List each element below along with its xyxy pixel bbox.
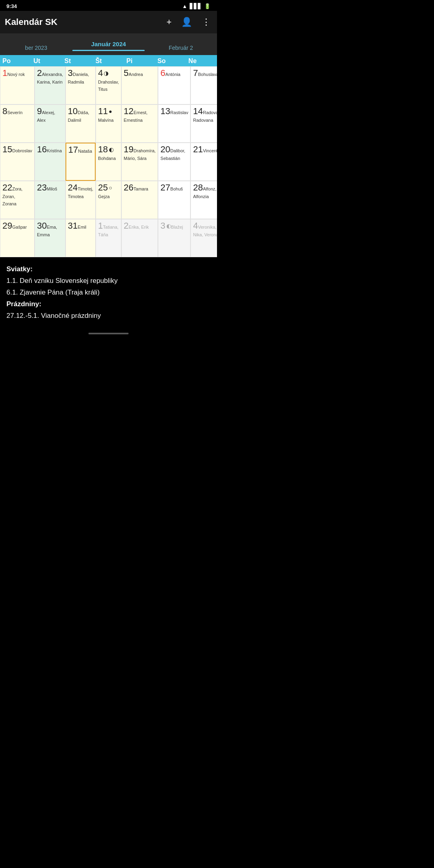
profile-button[interactable]: 👤: [180, 15, 194, 29]
cell-number: 9: [37, 106, 42, 116]
cell-number: 1: [98, 221, 103, 231]
cell-number: 28: [193, 182, 203, 192]
calendar-cell-34[interactable]: 4Veronika, Nika, Verona: [190, 219, 217, 257]
cell-number: 2: [124, 221, 129, 231]
calendar-cell-23[interactable]: 24Timotej, Timotea: [66, 181, 96, 219]
cell-number: 7: [193, 68, 198, 78]
calendar-cell-16[interactable]: 17Nataša: [66, 143, 96, 181]
month-tabs: ber 2023 Január 2024 Február 2: [0, 33, 217, 55]
battery-icon: 🔋: [204, 3, 211, 9]
cell-number: 5: [124, 68, 129, 78]
day-header-po: Po: [0, 55, 31, 66]
cell-number: 29: [2, 221, 12, 231]
cell-number: 13: [160, 106, 170, 116]
calendar-cell-29[interactable]: 30Ema, Emma: [35, 219, 66, 257]
moon-icon: ●: [109, 108, 112, 115]
holiday-2: 6.1. Zjavenie Pána (Traja králi): [6, 289, 100, 296]
vacations-label: Prázdniny:: [6, 300, 41, 308]
tab-next-month[interactable]: Február 2: [145, 45, 217, 55]
calendar-cell-32[interactable]: 2Erika, Erik: [121, 219, 158, 257]
cell-number: 3: [68, 68, 73, 78]
cell-name: Miloš: [47, 186, 57, 191]
calendar-cell-33[interactable]: 3◐Blažej: [158, 219, 190, 257]
status-time: 9:34: [6, 3, 17, 9]
calendar-cell-18[interactable]: 19Drahomíra, Mário, Sára: [121, 143, 158, 181]
cell-name: Andrea: [129, 72, 143, 77]
cell-number: 22: [2, 182, 12, 192]
moon-icon: ◑: [104, 70, 108, 76]
day-header-st2: Št: [93, 55, 124, 66]
calendar-cell-14[interactable]: 15Dobroslav: [0, 143, 35, 181]
cell-number: 18◐: [98, 144, 113, 154]
cell-number: 27: [160, 182, 170, 192]
calendar-cell-0[interactable]: 1Nový rok: [0, 66, 35, 104]
cell-name: Bohuš: [170, 186, 183, 191]
day-headers: Po Ut St Št Pi So Ne: [0, 55, 217, 66]
calendar-cell-12[interactable]: 13Rastislav: [158, 104, 190, 143]
calendar-cell-8[interactable]: 9Alexej, Alex: [35, 104, 66, 143]
calendar-cell-19[interactable]: 20Dalibor, Sebastián: [158, 143, 190, 181]
home-indicator: [88, 333, 129, 334]
cell-name: Blažej: [171, 225, 183, 229]
calendar-cell-10[interactable]: 11●Malvína: [96, 104, 121, 143]
app-title: Kalendár SK: [5, 17, 165, 27]
calendar-cell-5[interactable]: 6Antónia: [158, 66, 190, 104]
calendar-cell-28[interactable]: 29Gašpar: [0, 219, 35, 257]
cell-number: 30: [37, 221, 47, 231]
calendar-cell-26[interactable]: 27Bohuš: [158, 181, 190, 219]
calendar-cell-1[interactable]: 2Alexandra, Karina, Karin: [35, 66, 66, 104]
calendar-cell-25[interactable]: 26Tamara: [121, 181, 158, 219]
moon-icon: ○: [109, 185, 112, 191]
cell-name: Gejza: [98, 194, 110, 199]
cell-number: 23: [37, 182, 47, 192]
tab-prev-month[interactable]: ber 2023: [0, 45, 72, 55]
cell-number: 1: [2, 68, 7, 78]
cell-name: Bohdana: [98, 156, 116, 161]
calendar-cell-6[interactable]: 7Bohuslava: [190, 66, 217, 104]
cell-name: Tamara: [133, 186, 148, 191]
cell-name: Severín: [7, 110, 23, 115]
moon-icon: ◐: [166, 223, 171, 229]
calendar-cell-9[interactable]: 10Dáša, Dalimil: [66, 104, 96, 143]
cell-number: 16: [37, 144, 47, 154]
cell-number: 25○: [98, 182, 112, 192]
calendar-cell-27[interactable]: 28Alfonz, Alfonzia: [190, 181, 217, 219]
calendar-cell-13[interactable]: 14Radovan, Radovana: [190, 104, 217, 143]
cell-number: 20: [160, 144, 170, 154]
calendar-cell-17[interactable]: 18◐Bohdana: [96, 143, 121, 181]
cell-number: 26: [124, 182, 133, 192]
vacation-1: 27.12.-5.1. Vianočné prázdniny: [6, 312, 101, 319]
calendar-cell-22[interactable]: 23Miloš: [35, 181, 66, 219]
calendar-cell-15[interactable]: 16Kristína: [35, 143, 66, 181]
cell-number: 19: [124, 144, 133, 154]
day-header-ne: Ne: [186, 55, 217, 66]
cell-name: Nový rok: [7, 72, 25, 77]
cell-name: Dobroslav: [12, 148, 32, 153]
calendar-cell-21[interactable]: 22Zora, Zoran, Zorana: [0, 181, 35, 219]
calendar-grid: 1Nový rok2Alexandra, Karina, Karin3Danie…: [0, 66, 217, 257]
calendar-cell-30[interactable]: 31Emil: [66, 219, 96, 257]
calendar-cell-20[interactable]: 21Vincent: [190, 143, 217, 181]
cell-name: Erika, Erik: [129, 225, 149, 229]
more-options-button[interactable]: ⋮: [200, 15, 212, 29]
cell-number: 12: [124, 106, 133, 116]
cell-name: Rastislav: [170, 110, 188, 115]
cell-number: 14: [193, 106, 203, 116]
cell-name: Nataša: [78, 149, 92, 154]
tab-current-month[interactable]: Január 2024: [72, 41, 145, 55]
calendar-cell-24[interactable]: 25○Gejza: [96, 181, 121, 219]
add-button[interactable]: +: [165, 15, 173, 29]
holiday-1: 1.1. Deň vzniku Slovenskej republiky: [6, 277, 118, 285]
app-bar-icons: + 👤 ⋮: [165, 15, 212, 29]
cell-name: Drahoslav, Titus: [98, 80, 119, 92]
day-header-pi: Pi: [124, 55, 155, 66]
calendar-cell-3[interactable]: 4◑Drahoslav, Titus: [96, 66, 121, 104]
calendar-cell-4[interactable]: 5Andrea: [121, 66, 158, 104]
calendar-cell-11[interactable]: 12Ernest, Ernestína: [121, 104, 158, 143]
day-header-ut: Ut: [31, 55, 62, 66]
calendar-cell-7[interactable]: 8Severín: [0, 104, 35, 143]
cell-number: 4◑: [98, 68, 108, 78]
cell-number: 8: [2, 106, 7, 116]
calendar-cell-2[interactable]: 3Daniela, Radmila: [66, 66, 96, 104]
calendar-cell-31[interactable]: 1Tatiana, Táňa: [96, 219, 121, 257]
